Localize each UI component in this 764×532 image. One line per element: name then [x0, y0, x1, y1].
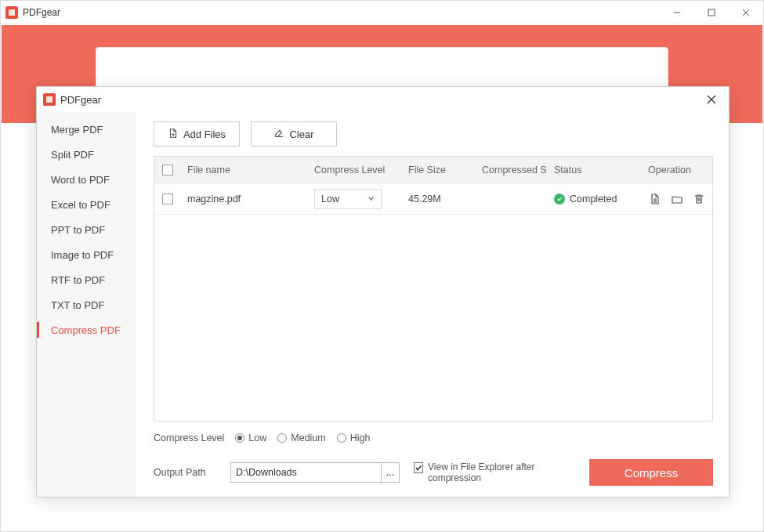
header-compressed-size[interactable]: Compressed S: [476, 157, 548, 183]
header-compress-level[interactable]: Compress Level: [308, 157, 402, 183]
compress-level-row: Compress Level Low Medium High: [154, 432, 713, 443]
svg-rect-2: [708, 9, 715, 16]
sidebar-item-ppt-to-pdf[interactable]: PPT to PDF: [37, 217, 136, 242]
sidebar-item-label: Word to PDF: [51, 174, 110, 186]
add-files-button[interactable]: Add Files: [154, 121, 240, 147]
sidebar-item-compress-pdf[interactable]: Compress PDF: [37, 317, 136, 342]
sidebar-item-merge-pdf[interactable]: Merge PDF: [37, 117, 136, 142]
app-icon: [5, 6, 18, 19]
toolbar: Add Files Clear: [154, 121, 713, 147]
view-checkbox-label: View in File Explorer after compression: [428, 461, 547, 483]
row-compress-level-select[interactable]: Low: [314, 189, 382, 209]
cell-status-text: Completed: [570, 194, 617, 204]
svg-rect-0: [9, 9, 15, 16]
table-row: magzine.pdf Low 45.29M: [154, 183, 712, 215]
sidebar-item-label: Merge PDF: [51, 124, 103, 136]
chevron-down-icon: [368, 194, 375, 204]
inner-window: PDFgear Merge PDF Split PDF Word to PDF …: [36, 86, 730, 498]
app-icon: [43, 93, 56, 106]
sidebar-item-split-pdf[interactable]: Split PDF: [37, 142, 136, 167]
clear-icon: [273, 128, 284, 141]
status-success-icon: [554, 194, 565, 204]
sidebar-item-excel-to-pdf[interactable]: Excel to PDF: [37, 192, 136, 217]
cell-filename: magzine.pdf: [181, 183, 308, 214]
radio-medium[interactable]: Medium: [277, 432, 325, 443]
outer-body: PDFgear Merge PDF Split PDF Word to PDF …: [2, 25, 762, 530]
output-path-wrap: ...: [230, 462, 400, 483]
sidebar-item-label: Compress PDF: [51, 324, 121, 336]
header-status[interactable]: Status: [548, 157, 642, 183]
cell-compressed-size: [476, 183, 548, 214]
close-button[interactable]: [729, 1, 763, 24]
sidebar-item-label: Split PDF: [51, 149, 94, 161]
view-in-explorer-option[interactable]: View in File Explorer after compression: [414, 461, 547, 483]
main-panel: Add Files Clear File name: [136, 112, 729, 497]
radio-high[interactable]: High: [337, 432, 371, 443]
delete-icon[interactable]: [692, 192, 706, 206]
output-row: Output Path ... View in File Explorer af…: [154, 459, 713, 486]
sidebar-item-label: Image to PDF: [51, 249, 114, 261]
bottom-controls: Compress Level Low Medium High Output Pa…: [154, 432, 713, 486]
select-all-checkbox[interactable]: [162, 165, 173, 176]
header-file-size[interactable]: File Size: [402, 157, 476, 183]
minimize-button[interactable]: [660, 1, 694, 24]
sidebar-item-image-to-pdf[interactable]: Image to PDF: [37, 242, 136, 267]
inner-body: Merge PDF Split PDF Word to PDF Excel to…: [37, 112, 729, 497]
compress-button[interactable]: Compress: [589, 459, 713, 486]
radio-low[interactable]: Low: [235, 432, 266, 443]
clear-label: Clear: [289, 128, 313, 140]
sidebar: Merge PDF Split PDF Word to PDF Excel to…: [37, 112, 136, 497]
add-files-label: Add Files: [183, 128, 226, 140]
inner-titlebar: PDFgear: [37, 87, 729, 112]
open-folder-icon[interactable]: [670, 192, 684, 206]
compress-button-label: Compress: [625, 466, 678, 480]
sidebar-item-label: RTF to PDF: [51, 274, 105, 286]
row-level-value: Low: [321, 194, 339, 204]
inner-close-button[interactable]: [702, 90, 721, 109]
radio-label: High: [350, 432, 371, 443]
sidebar-item-label: PPT to PDF: [51, 224, 105, 236]
open-file-icon[interactable]: [648, 192, 662, 206]
header-filename[interactable]: File name: [181, 157, 308, 183]
sidebar-item-rtf-to-pdf[interactable]: RTF to PDF: [37, 267, 136, 292]
sidebar-item-word-to-pdf[interactable]: Word to PDF: [37, 167, 136, 192]
add-file-icon: [168, 128, 179, 141]
outer-window: PDFgear PDFgear: [0, 0, 764, 532]
maximize-button[interactable]: [694, 1, 729, 24]
browse-button[interactable]: ...: [381, 462, 400, 483]
radio-label: Medium: [291, 432, 325, 443]
header-operation[interactable]: Operation: [642, 157, 712, 183]
sidebar-item-label: Excel to PDF: [51, 199, 110, 211]
radio-label: Low: [248, 432, 266, 443]
svg-rect-5: [46, 96, 53, 103]
sidebar-item-txt-to-pdf[interactable]: TXT to PDF: [37, 292, 136, 317]
output-path-label: Output Path: [154, 467, 216, 478]
compress-level-label: Compress Level: [154, 432, 224, 443]
outer-window-title: PDFgear: [23, 7, 60, 18]
inner-window-title: PDFgear: [60, 94, 101, 106]
view-checkbox[interactable]: [414, 462, 423, 473]
sidebar-item-label: TXT to PDF: [51, 299, 104, 311]
file-table: File name Compress Level File Size Compr…: [154, 156, 713, 422]
window-controls: [660, 1, 763, 24]
outer-titlebar: PDFgear: [1, 1, 763, 24]
output-path-input[interactable]: [230, 462, 381, 483]
clear-button[interactable]: Clear: [251, 121, 337, 147]
table-header: File name Compress Level File Size Compr…: [154, 157, 712, 183]
cell-file-size: 45.29M: [402, 183, 476, 214]
row-checkbox[interactable]: [162, 194, 173, 204]
